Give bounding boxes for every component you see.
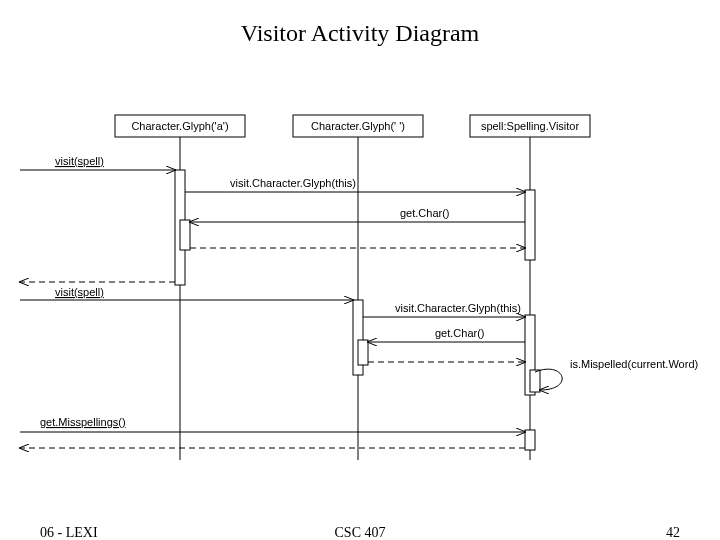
page-title: Visitor Activity Diagram [0, 0, 720, 47]
msg-label-6: get.Char() [435, 327, 485, 339]
footer-right: 42 [666, 525, 680, 540]
activation-3d [525, 430, 535, 450]
msg-label-7: is.Mispelled(current.Word) [570, 358, 698, 370]
msg-label-1: visit(spell) [55, 155, 104, 167]
participant-label-1: Character.Glyph('a') [131, 120, 228, 132]
footer-center: CSC 407 [0, 525, 720, 540]
msg-label-5: visit.Character.Glyph(this) [395, 302, 521, 314]
participant-label-2: Character.Glyph(' ') [311, 120, 405, 132]
msg-label-4: visit(spell) [55, 286, 104, 298]
participant-label-3: spell:Spelling.Visitor [481, 120, 580, 132]
msg-label-2: visit.Character.Glyph(this) [230, 177, 356, 189]
sequence-diagram: Character.Glyph('a') Character.Glyph(' '… [0, 60, 720, 490]
activation-3a [525, 190, 535, 260]
msg-label-3: get.Char() [400, 207, 450, 219]
activation-2b [358, 340, 368, 365]
msg-label-8: get.Misspellings() [40, 416, 126, 428]
activation-3c [530, 370, 540, 392]
activation-1b [180, 220, 190, 250]
